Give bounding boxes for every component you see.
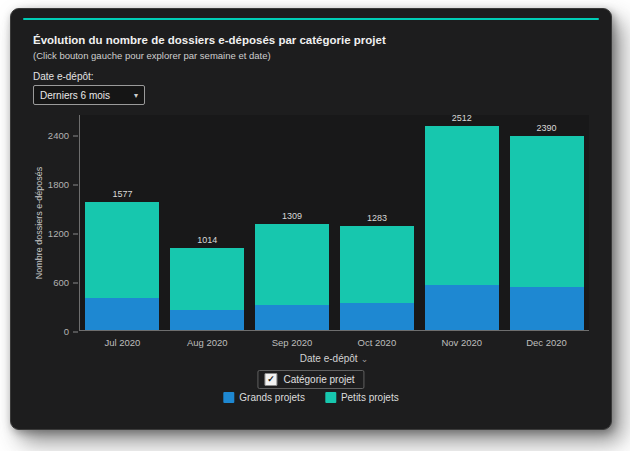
bar-column: 1014Aug 2020 xyxy=(170,115,244,330)
legend-label-grands-projets: Grands projets xyxy=(239,392,305,403)
color-chip-petits-projets xyxy=(325,392,336,403)
chart-subtitle: (Click bouton gauche pour explorer par s… xyxy=(33,50,271,61)
x-tick-label: Jul 2020 xyxy=(104,337,140,348)
chart-title: Évolution du nombre de dossiers e-déposé… xyxy=(33,34,386,46)
bar-total-label: 1014 xyxy=(197,235,217,245)
bar-total-label: 1577 xyxy=(112,189,132,199)
accent-bar xyxy=(23,18,599,20)
x-tick-label: Aug 2020 xyxy=(187,337,228,348)
legend-item-grands-projets[interactable]: Grands projets xyxy=(223,392,305,403)
bar-segment-grands-projets[interactable] xyxy=(85,298,159,330)
y-axis-ticks: 0600120018002400 xyxy=(33,115,79,331)
bar-total-label: 2390 xyxy=(537,123,557,133)
bar-segment-grands-projets[interactable] xyxy=(510,287,584,330)
bar-column: 1309Sep 2020 xyxy=(255,115,329,330)
bar-column: 2512Nov 2020 xyxy=(425,115,499,330)
check-icon: ✓ xyxy=(267,375,275,384)
bar-segment-grands-projets[interactable] xyxy=(255,305,329,330)
chevron-down-icon: ⌄ xyxy=(361,354,369,364)
app-window: Évolution du nombre de dossiers e-déposé… xyxy=(10,8,612,430)
legend-title: Catégorie projet xyxy=(283,374,354,385)
filter-label: Date e-dépôt: xyxy=(33,71,94,82)
bar-segment-petits-projets[interactable] xyxy=(425,126,499,284)
x-tick-label: Oct 2020 xyxy=(358,337,397,348)
y-tick-label: 0 xyxy=(64,326,69,337)
x-axis-title[interactable]: Date e-dépôt⌄ xyxy=(79,353,589,364)
bar-column: 1283Oct 2020 xyxy=(340,115,414,330)
x-tick-label: Dec 2020 xyxy=(526,337,567,348)
y-tick-label: 1800 xyxy=(48,179,69,190)
bar-segment-petits-projets[interactable] xyxy=(510,136,584,287)
x-tick-label: Sep 2020 xyxy=(272,337,313,348)
x-axis-title-text: Date e-dépôt xyxy=(300,353,358,364)
x-tick-label: Nov 2020 xyxy=(441,337,482,348)
bar-segment-grands-projets[interactable] xyxy=(425,285,499,330)
bar-segment-petits-projets[interactable] xyxy=(255,224,329,305)
checkbox-icon[interactable]: ✓ xyxy=(264,373,277,386)
y-tick-label: 600 xyxy=(53,277,69,288)
y-tick-label: 1200 xyxy=(48,228,69,239)
bar-total-label: 1283 xyxy=(367,213,387,223)
bar-segment-grands-projets[interactable] xyxy=(340,303,414,330)
bar-segment-petits-projets[interactable] xyxy=(85,202,159,297)
bar-column: 1577Jul 2020 xyxy=(85,115,159,330)
color-chip-grands-projets xyxy=(223,392,234,403)
bar-total-label: 1309 xyxy=(282,211,302,221)
legend-item-petits-projets[interactable]: Petits projets xyxy=(325,392,399,403)
bar-column: 2390Dec 2020 xyxy=(510,115,584,330)
legend-title-control[interactable]: ✓ Catégorie projet xyxy=(257,370,364,389)
bar-total-label: 2512 xyxy=(452,113,472,123)
bar-segment-petits-projets[interactable] xyxy=(170,248,244,310)
date-filter-dropdown[interactable]: Derniers 6 mois ▾ xyxy=(33,85,145,105)
legend-label-petits-projets: Petits projets xyxy=(341,392,399,403)
legend: Grands projets Petits projets xyxy=(223,392,398,403)
y-tick-label: 2400 xyxy=(48,130,69,141)
date-filter-value: Derniers 6 mois xyxy=(40,90,110,101)
page: { "window": { "background": "#1d1d1e", "… xyxy=(0,0,630,451)
bar-segment-grands-projets[interactable] xyxy=(170,310,244,330)
caret-down-icon: ▾ xyxy=(134,91,138,100)
plot-area: 1577Jul 20201014Aug 20201309Sep 20201283… xyxy=(79,115,589,331)
bar-segment-petits-projets[interactable] xyxy=(340,226,414,303)
chart-area: Nombre dossiers e-déposés 06001200180024… xyxy=(33,115,589,331)
